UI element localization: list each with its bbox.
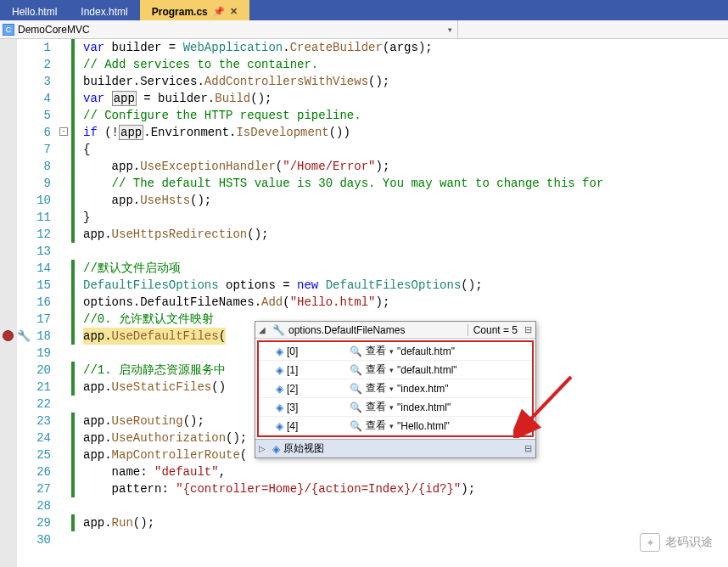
watch-view-label: 查看: [366, 418, 386, 433]
code-line[interactable]: app.MapControllerRoute(: [83, 448, 247, 462]
pin-icon[interactable]: ⊟: [521, 324, 532, 335]
watermark: ✦ 老码识途: [640, 533, 713, 552]
scope-label: DemoCoreMVC: [18, 24, 90, 36]
watch-view-label: 查看: [366, 362, 386, 377]
watch-value: "default.html": [397, 364, 457, 376]
cube-icon: ◈: [276, 401, 283, 413]
editor: 1234567891011121314151617181920212223242…: [0, 39, 728, 567]
wrench-icon[interactable]: 🔧: [17, 329, 31, 343]
scope-dropdown[interactable]: C DemoCoreMVC ▾: [0, 20, 458, 38]
watch-item[interactable]: ◈[1]🔍查看▾"default.html": [259, 361, 532, 379]
watch-item[interactable]: ◈[3]🔍查看▾"index.html": [259, 398, 532, 417]
line-number-gutter: 1234567891011121314151617181920212223242…: [17, 39, 59, 567]
wechat-icon: ✦: [640, 533, 660, 552]
watch-item[interactable]: ◈[0]🔍查看▾"default.htm": [259, 342, 532, 361]
tab-program[interactable]: Program.cs 📌 ✕: [140, 0, 249, 20]
watch-index: [2]: [287, 383, 346, 395]
close-icon[interactable]: ✕: [230, 6, 238, 17]
cube-icon: ◈: [276, 420, 283, 432]
code-line[interactable]: var app = builder.Build();: [83, 92, 272, 105]
watch-expression: options.DefaultFileNames: [288, 324, 464, 336]
watch-index: [4]: [287, 420, 346, 432]
watch-header: ◢ 🔧 options.DefaultFileNames Count = 5 ⊟: [255, 322, 535, 339]
code-line[interactable]: app.UseRouting();: [83, 414, 204, 428]
fold-gutter[interactable]: -: [59, 39, 71, 567]
cube-icon: ◈: [276, 383, 283, 395]
code-line[interactable]: //1. 启动静态资源服务中: [83, 363, 226, 377]
nav-strip: C DemoCoreMVC ▾: [0, 20, 728, 39]
code-line[interactable]: var builder = WebApplication.CreateBuild…: [83, 41, 433, 54]
breakpoint-gutter[interactable]: [0, 39, 17, 567]
chevron-down-icon: ▾: [448, 25, 457, 34]
code-line[interactable]: app.UseExceptionHandler("/Home/Error");: [83, 160, 389, 173]
wrench-icon: 🔧: [272, 324, 285, 336]
watch-item[interactable]: ◈[2]🔍查看▾"index.htm": [259, 379, 532, 398]
tab-hello[interactable]: Hello.html: [0, 0, 69, 20]
chevron-down-icon[interactable]: ▾: [389, 347, 394, 356]
code-line[interactable]: }: [83, 211, 90, 224]
watch-value: "Hello.html": [397, 420, 450, 432]
code-line[interactable]: {: [83, 143, 90, 156]
magnifier-icon[interactable]: 🔍: [350, 364, 362, 376]
watch-index: [0]: [287, 345, 346, 357]
watermark-text: 老码识途: [665, 535, 713, 550]
magnifier-icon[interactable]: 🔍: [350, 383, 362, 395]
chevron-down-icon[interactable]: ▾: [389, 366, 394, 374]
code-line[interactable]: DefaultFilesOptions options = new Defaul…: [83, 278, 483, 292]
watch-value: "index.html": [397, 401, 451, 413]
magnifier-icon[interactable]: 🔍: [350, 420, 362, 432]
cube-icon: ◈: [276, 345, 283, 357]
tab-label: Program.cs: [152, 6, 208, 18]
chevron-down-icon[interactable]: ▾: [389, 385, 394, 393]
csharp-icon: C: [3, 24, 14, 36]
code-line[interactable]: // The default HSTS value is 30 days. Yo…: [83, 177, 603, 190]
code-line[interactable]: pattern: "{controller=Home}/{action=Inde…: [83, 482, 475, 496]
code-line[interactable]: if (!app.Environment.IsDevelopment()): [83, 126, 350, 139]
watch-count: Count = 5: [468, 324, 518, 336]
code-line[interactable]: app.UseDefaultFiles(: [83, 329, 226, 343]
watch-raw-row[interactable]: ▷ ◈ 原始视图 ⊟: [255, 439, 535, 458]
chevron-down-icon[interactable]: ▾: [389, 422, 394, 430]
tab-bar: Hello.html Index.html Program.cs 📌 ✕: [0, 0, 728, 20]
code-line[interactable]: app.UseStaticFiles(): [83, 380, 226, 394]
code-line[interactable]: app.Run();: [83, 516, 154, 530]
code-line[interactable]: //默认文件启动项: [83, 261, 181, 275]
code-line[interactable]: builder.Services.AddControllersWithViews…: [83, 75, 389, 88]
tab-label: Hello.html: [12, 6, 57, 18]
pin-icon[interactable]: 📌: [213, 6, 225, 17]
watch-popup: ◢ 🔧 options.DefaultFileNames Count = 5 ⊟…: [255, 321, 536, 458]
tab-label: Index.html: [81, 6, 127, 18]
cube-icon: ◈: [272, 443, 280, 455]
code-line[interactable]: // Add services to the container.: [83, 58, 318, 71]
chevron-down-icon[interactable]: ▾: [389, 403, 394, 412]
magnifier-icon[interactable]: 🔍: [350, 345, 362, 357]
watch-items: ◈[0]🔍查看▾"default.htm"◈[1]🔍查看▾"default.ht…: [257, 340, 534, 437]
code-line[interactable]: // Configure the HTTP request pipeline.: [83, 109, 361, 122]
watch-value: "default.htm": [397, 345, 455, 357]
code-line[interactable]: app.UseHsts();: [83, 194, 211, 207]
member-dropdown[interactable]: [458, 20, 728, 38]
code-line[interactable]: name: "default",: [83, 465, 226, 479]
watch-raw-label: 原始视图: [283, 441, 324, 456]
watch-item[interactable]: ◈[4]🔍查看▾"Hello.html": [259, 417, 532, 435]
tab-index[interactable]: Index.html: [69, 0, 139, 20]
watch-view-label: 查看: [366, 400, 386, 414]
watch-view-label: 查看: [366, 381, 386, 396]
watch-view-label: 查看: [366, 344, 386, 358]
code-line[interactable]: app.UseAuthorization();: [83, 431, 247, 445]
magnifier-icon[interactable]: 🔍: [350, 401, 362, 413]
fold-toggle-icon[interactable]: -: [59, 127, 68, 136]
watch-value: "index.htm": [397, 383, 449, 395]
pin-icon[interactable]: ⊟: [524, 443, 532, 454]
code-line[interactable]: app.UseHttpsRedirection();: [83, 227, 268, 241]
code-line[interactable]: //0. 允许默认文件映射: [83, 312, 214, 326]
expand-icon[interactable]: ◢: [259, 325, 269, 334]
code-area[interactable]: var builder = WebApplication.CreateBuild…: [71, 39, 728, 567]
watch-index: [3]: [287, 401, 346, 413]
watch-index: [1]: [287, 364, 346, 376]
breakpoint-icon[interactable]: [3, 330, 14, 341]
code-line[interactable]: options.DefaultFileNames.Add("Hello.html…: [83, 295, 389, 309]
expand-icon[interactable]: ▷: [259, 444, 269, 453]
cube-icon: ◈: [276, 364, 283, 376]
